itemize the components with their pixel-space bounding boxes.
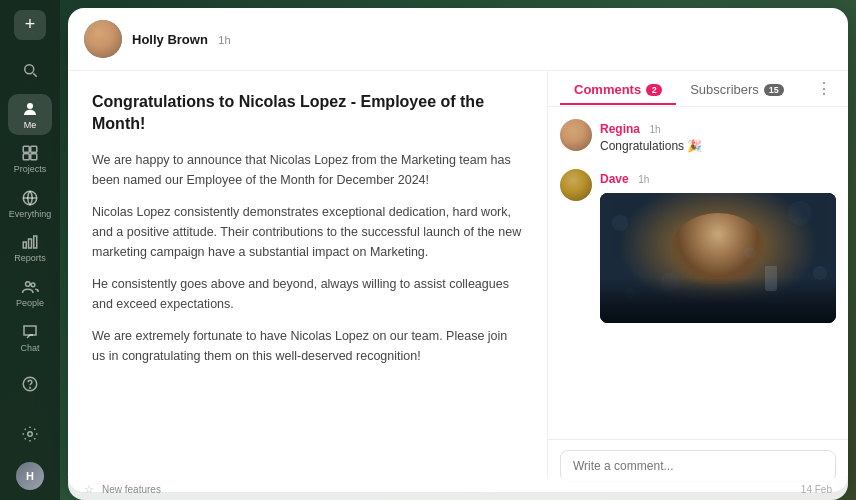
sidebar-help[interactable]: [8, 362, 52, 406]
post-para-1: We are happy to announce that Nicolas Lo…: [92, 150, 523, 190]
projects-icon: [21, 144, 39, 162]
date-label: 14 Feb: [801, 484, 832, 495]
svg-point-21: [813, 266, 827, 280]
comment-avatar-regina: [560, 119, 592, 151]
post-title: Congratulations to Nicolas Lopez - Emplo…: [92, 91, 523, 136]
sidebar-item-everything-label: Everything: [9, 209, 52, 219]
svg-point-13: [31, 283, 35, 287]
svg-point-15: [30, 387, 31, 388]
sidebar-settings[interactable]: [8, 412, 52, 456]
svg-point-19: [744, 247, 756, 259]
chat-icon: [21, 323, 39, 341]
settings-icon: [21, 425, 39, 443]
modal-header: Holly Brown 1h: [68, 8, 848, 71]
svg-point-23: [771, 294, 789, 312]
sidebar-item-me[interactable]: Me: [8, 94, 52, 135]
post-para-3: He consistently goes above and beyond, a…: [92, 274, 523, 314]
more-options-button[interactable]: ⋮: [812, 71, 836, 106]
svg-rect-3: [23, 146, 29, 152]
comment-content-dave: Dave 1h: [600, 169, 836, 323]
comments-panel: Comments 2 Subscribers 15 ⋮ Regina 1h Co…: [548, 71, 848, 492]
svg-point-18: [788, 201, 812, 225]
people-icon: [21, 278, 39, 296]
svg-point-17: [612, 215, 628, 231]
sidebar: + Me Projects Everything Reports: [0, 0, 60, 500]
reports-icon: [21, 233, 39, 251]
subscribers-badge: 15: [764, 84, 784, 96]
sidebar-bottom: H: [8, 362, 52, 490]
svg-line-1: [33, 73, 36, 76]
post-para-4: We are extremely fortunate to have Nicol…: [92, 326, 523, 366]
svg-rect-9: [23, 242, 26, 248]
svg-rect-10: [29, 239, 32, 248]
svg-point-0: [25, 65, 34, 74]
comment-time-regina: 1h: [649, 124, 660, 135]
search-icon: [21, 61, 39, 79]
sidebar-item-people-label: People: [16, 298, 44, 308]
author-info: Holly Brown 1h: [132, 30, 832, 48]
everything-icon: [21, 189, 39, 207]
comment-item: Dave 1h: [560, 169, 836, 323]
sidebar-item-everything[interactable]: Everything: [8, 183, 52, 224]
add-button[interactable]: +: [14, 10, 46, 40]
comments-list: Regina 1h Congratulations 🎉 Dave 1h: [548, 107, 848, 439]
svg-point-20: [660, 273, 680, 293]
sidebar-item-chat[interactable]: Chat: [8, 317, 52, 358]
comment-author-dave: Dave: [600, 172, 629, 186]
sidebar-item-projects-label: Projects: [14, 164, 47, 174]
new-features-label: New features: [102, 484, 161, 495]
sidebar-item-reports[interactable]: Reports: [8, 228, 52, 269]
tab-comments[interactable]: Comments 2: [560, 72, 676, 105]
post-time: 1h: [218, 34, 230, 46]
sidebar-item-me-label: Me: [24, 120, 37, 130]
help-icon: [21, 375, 39, 393]
modal-card: Holly Brown 1h Congratulations to Nicola…: [68, 8, 848, 492]
comment-content-regina: Regina 1h Congratulations 🎉: [600, 119, 836, 153]
sidebar-item-reports-label: Reports: [14, 253, 46, 263]
svg-point-12: [26, 282, 31, 287]
comment-text-regina: Congratulations 🎉: [600, 139, 836, 153]
wine-glass-decoration: [765, 266, 777, 291]
comments-badge: 2: [646, 84, 662, 96]
comment-avatar-dave: [560, 169, 592, 201]
modal-body: Congratulations to Nicolas Lopez - Emplo…: [68, 71, 848, 492]
comment-image-dave: [600, 193, 836, 323]
post-content: Congratulations to Nicolas Lopez - Emplo…: [68, 71, 548, 492]
svg-rect-11: [34, 236, 37, 248]
user-avatar-small[interactable]: H: [16, 462, 44, 490]
comment-author-regina: Regina: [600, 122, 640, 136]
me-icon: [21, 100, 39, 118]
tab-comments-label: Comments: [574, 82, 641, 97]
tab-subscribers[interactable]: Subscribers 15: [676, 72, 798, 105]
author-avatar: [84, 20, 122, 58]
tab-subscribers-label: Subscribers: [690, 82, 759, 97]
star-icon: ☆: [84, 483, 94, 496]
svg-point-2: [27, 103, 33, 109]
svg-rect-6: [31, 154, 37, 160]
svg-point-16: [28, 432, 33, 437]
sidebar-item-projects[interactable]: Projects: [8, 139, 52, 180]
sidebar-item-chat-label: Chat: [20, 343, 39, 353]
comment-item: Regina 1h Congratulations 🎉: [560, 119, 836, 153]
post-para-2: Nicolas Lopez consistently demonstrates …: [92, 202, 523, 262]
author-name: Holly Brown: [132, 32, 208, 47]
bokeh-overlay: [600, 193, 836, 323]
sidebar-search[interactable]: [8, 50, 52, 91]
bottom-bar: ☆ New features 14 Feb: [68, 478, 848, 500]
tabs-bar: Comments 2 Subscribers 15 ⋮: [548, 71, 848, 107]
svg-rect-5: [23, 154, 29, 160]
sidebar-item-people[interactable]: People: [8, 273, 52, 314]
comment-time-dave: 1h: [638, 174, 649, 185]
svg-rect-4: [31, 146, 37, 152]
svg-point-22: [625, 288, 635, 298]
